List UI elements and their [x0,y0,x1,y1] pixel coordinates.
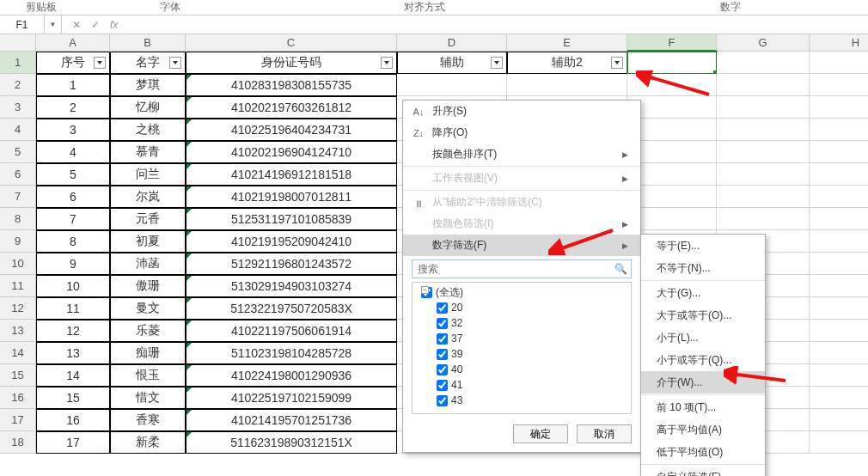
cell[interactable]: 512531197101085839 [186,208,397,230]
checkbox[interactable] [437,333,448,345]
checklist-item[interactable]: 39 [413,346,631,362]
cell[interactable]: 410225197102159099 [186,387,397,409]
cell[interactable]: 恨玉 [110,364,186,387]
cell[interactable]: 慕青 [110,141,186,163]
cell[interactable] [810,163,868,186]
filter-button[interactable] [94,57,106,69]
filter-button[interactable] [491,57,503,69]
header-cell[interactable]: 名字 [110,52,186,74]
row-header[interactable]: 8 [0,208,36,230]
checklist-item[interactable]: −(全选) [413,284,631,300]
formula-bar[interactable] [128,15,868,34]
cell[interactable]: 问兰 [110,163,186,186]
cell[interactable] [810,320,868,342]
cell[interactable] [397,74,507,96]
cell[interactable]: 4 [36,141,110,163]
cell[interactable]: 香寒 [110,409,186,431]
cell[interactable]: 8 [36,230,110,253]
checklist-item[interactable]: 43 [413,393,631,408]
cell[interactable] [810,342,868,364]
cell[interactable]: 410224198001290936 [186,364,397,387]
cell[interactable]: 51232219750720583X [186,297,397,320]
cell[interactable]: 410219195209042410 [186,230,397,253]
checklist-item[interactable]: 40 [413,362,631,377]
header-cell[interactable]: 辅助2 [507,52,627,74]
cell[interactable] [717,119,810,141]
cell[interactable]: 16 [36,409,110,431]
cell[interactable]: 5 [36,163,110,186]
cell[interactable]: 傲珊 [110,275,186,297]
row-header[interactable]: 12 [0,297,36,320]
row-header[interactable]: 9 [0,230,36,253]
col-header[interactable]: C [186,34,397,52]
cell[interactable]: 惜文 [110,387,186,409]
cell[interactable]: 梦琪 [110,74,186,96]
cell[interactable] [810,253,868,275]
col-header[interactable]: D [397,34,507,52]
cell[interactable] [717,141,810,163]
cell[interactable] [810,364,868,387]
cell[interactable]: 512921196801243572 [186,253,397,275]
less-than-item[interactable]: 小于(L)... [641,326,765,349]
cell[interactable]: 3 [36,119,110,141]
cell[interactable] [810,275,868,297]
sort-desc-item[interactable]: Z↓降序(O) [403,122,640,143]
col-header[interactable]: G [717,34,810,52]
filter-button[interactable] [611,57,623,69]
below-avg-item[interactable]: 低于平均值(O) [641,441,765,454]
greater-than-item[interactable]: 大于(G)... [641,282,765,304]
row-header[interactable]: 16 [0,387,36,409]
cell[interactable]: 410202196904124710 [186,141,397,163]
cell[interactable]: 410225196404234731 [186,119,397,141]
cell[interactable]: 9 [36,253,110,275]
cell[interactable]: 410283198308155735 [186,74,397,96]
row-header[interactable]: 2 [0,74,36,96]
row-header[interactable]: 6 [0,163,36,186]
checkbox[interactable] [437,395,448,406]
cell[interactable]: 之桃 [110,119,186,141]
col-header[interactable]: B [110,34,186,52]
header-cell[interactable]: 序号 [36,52,110,74]
cell[interactable] [810,141,868,163]
checkbox[interactable] [437,349,448,360]
above-avg-item[interactable]: 高于平均值(A) [641,418,765,441]
cell[interactable] [810,52,868,74]
cell[interactable]: 410214196912181518 [186,163,397,186]
equals-item[interactable]: 等于(E)... [641,235,765,257]
cell[interactable]: 11 [36,297,110,320]
cell[interactable]: 2 [36,96,110,119]
cell[interactable]: 51162319890312151X [186,431,397,454]
cell[interactable] [717,96,810,119]
cell[interactable]: 12 [36,320,110,342]
cell[interactable]: 17 [36,431,110,454]
cell[interactable] [810,74,868,96]
cell[interactable] [717,208,810,230]
row-header[interactable]: 1 [0,52,36,74]
checklist-item[interactable]: 37 [413,331,631,346]
checklist-item[interactable]: 32 [413,315,631,331]
checkbox[interactable] [437,380,448,391]
cell[interactable]: 14 [36,364,110,387]
filter-button[interactable] [169,57,181,69]
cell[interactable]: 初夏 [110,230,186,253]
checkbox[interactable] [437,364,448,375]
row-header[interactable]: 17 [0,409,36,431]
col-header[interactable]: F [627,34,717,52]
cell[interactable] [717,186,810,208]
cell[interactable]: 13 [36,342,110,364]
cell[interactable] [717,74,810,96]
cancel-button[interactable]: 取消 [577,424,632,443]
search-input[interactable] [412,259,632,278]
cell[interactable]: 沛菡 [110,253,186,275]
cell[interactable]: 尔岚 [110,186,186,208]
name-box[interactable]: F1 [0,15,45,34]
cell[interactable] [810,96,868,119]
cell[interactable]: 新柔 [110,431,186,454]
tree-collapse-icon[interactable]: − [421,286,429,294]
cell[interactable] [507,74,627,96]
row-header[interactable]: 11 [0,275,36,297]
header-cell[interactable]: 辅助 [397,52,507,74]
cell[interactable] [810,387,868,409]
checkbox[interactable] [437,318,448,329]
sort-by-color-item[interactable]: 按颜色排序(T)▶ [403,143,640,165]
